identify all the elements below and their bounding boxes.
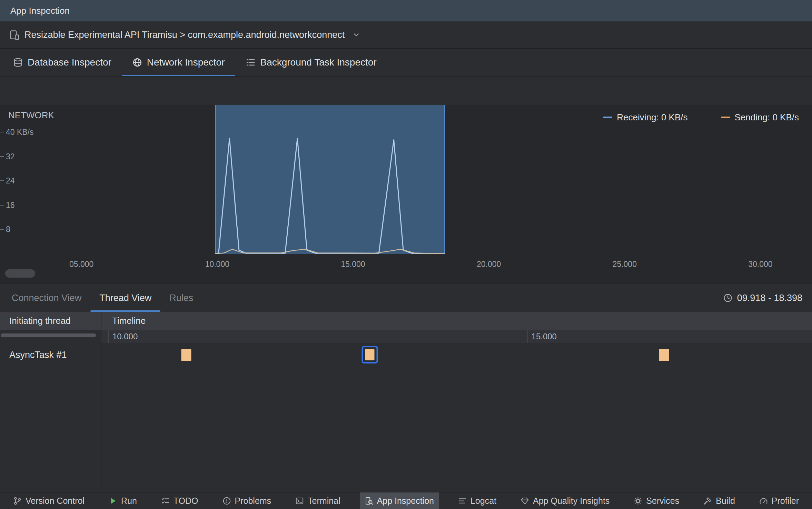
thread-row[interactable]: AsyncTask #1 [0,343,812,367]
clock-icon [723,293,733,303]
y-tick-label: 32 [6,152,15,161]
chart-title: NETWORK [8,110,54,121]
network-event-block[interactable] [365,349,374,360]
x-tick-label: 30.000 [748,260,772,269]
statusbar-item-todo[interactable]: TODO [156,492,203,509]
tab-thread-view[interactable]: Thread View [90,284,160,312]
chart-scrollbar[interactable] [0,274,812,283]
y-tick-mark [0,205,4,206]
statusbar-label: TODO [174,496,198,506]
y-tick-mark [0,156,4,157]
device-icon [9,30,20,40]
tab-network-inspector[interactable]: Network Inspector [122,49,235,76]
timeline-gridline [527,330,528,343]
statusbar-item-version-control[interactable]: Version Control [8,492,89,509]
hammer-icon [703,497,712,505]
statusbar-label: Run [121,496,137,506]
tab-background-task-inspector[interactable]: Background Task Inspector [235,49,387,76]
inspector-toolbar [0,77,812,105]
inspector-tabs: Database Inspector Network Inspector Bac… [0,49,812,77]
tab-label: Background Task Inspector [260,57,376,68]
statusbar-label: Problems [235,496,271,506]
x-tick-label: 10.000 [205,260,229,269]
statusbar-label: Profiler [772,496,799,506]
statusbar-label: Build [716,496,735,506]
services-icon [634,497,642,505]
column-header-initiating-thread[interactable]: Initiating thread [0,316,101,326]
chevron-down-icon [352,31,360,39]
tab-connection-view[interactable]: Connection View [3,284,90,312]
logcat-icon [458,497,467,505]
device-process-label: Resizable Experimental API Tiramisu > co… [24,30,345,40]
column-header-timeline[interactable]: Timeline [101,316,146,326]
y-tick-label: 16 [6,200,15,210]
tab-label: Network Inspector [147,57,225,68]
device-process-selector[interactable]: Resizable Experimental API Tiramisu > co… [0,21,812,49]
statusbar-item-logcat[interactable]: Logcat [453,492,501,509]
statusbar-label: Logcat [471,496,496,506]
speedometer-icon [759,497,768,505]
terminal-icon [295,497,304,505]
y-tick-mark [0,180,4,181]
problems-icon [222,497,231,505]
timeline-tick-label: 10.000 [112,332,138,341]
tool-window-title: App Inspection [10,6,70,16]
column-divider[interactable] [101,312,101,492]
x-tick-label: 15.000 [341,260,365,269]
statusbar-label: Terminal [308,496,340,506]
statusbar-item-run[interactable]: Run [104,492,142,509]
y-tick-label: 8 [6,225,10,234]
tab-label: Rules [169,293,193,303]
network-view-tabs: Connection View Thread View Rules 09.918… [0,284,812,312]
statusbar-label: Services [646,496,679,506]
statusbar-item-app-inspection[interactable]: App Inspection [360,492,439,509]
receiving-color-swatch [603,117,612,118]
chart-series-svg [0,105,812,254]
network-event-block[interactable] [659,349,669,361]
timeline-tick-label: 15.000 [532,332,557,341]
tab-rules[interactable]: Rules [160,284,202,312]
statusbar-item-problems[interactable]: Problems [218,492,276,509]
run-icon [109,497,117,505]
tab-label: Connection View [12,293,81,303]
y-tick-label: 24 [6,176,15,186]
y-tick-mark [0,132,4,132]
branch-icon [13,497,22,505]
x-tick-label: 05.000 [69,260,93,269]
chart-legend: Receiving: 0 KB/s Sending: 0 KB/s [603,112,799,123]
selection-time-range: 09.918 - 18.398 [723,284,802,312]
task-list-icon [246,58,255,67]
network-chart-plot[interactable]: 40 KB/s3224168 NETWORK Receiving: 0 KB/s… [0,105,812,254]
thread-rows: AsyncTask #1 [0,343,812,492]
x-tick-label: 20.000 [477,260,501,269]
tool-window-titlebar: App Inspection [0,0,812,21]
statusbar-label: App Inspection [377,496,434,506]
statusbar-item-services[interactable]: Services [629,492,684,509]
tab-label: Thread View [99,293,151,303]
statusbar-item-build[interactable]: Build [699,492,740,509]
thread-name: AsyncTask #1 [0,343,101,367]
statusbar-item-terminal[interactable]: Terminal [290,492,345,509]
thread-table-header: Initiating thread Timeline [0,312,812,330]
statusbar-item-app-quality-insights[interactable]: App Quality Insights [516,492,614,509]
timeline-gridline [108,330,109,343]
legend-sending: Sending: 0 KB/s [721,112,799,123]
sending-color-swatch [721,117,730,118]
chart-scrollbar-thumb[interactable] [5,269,35,278]
todo-icon [161,497,170,505]
app-inspection-icon [365,497,373,505]
tab-database-inspector[interactable]: Database Inspector [3,49,122,76]
timeline-subheader: 10.00015.000 [101,330,812,343]
y-tick-mark [0,229,4,230]
statusbar-item-profiler[interactable]: Profiler [754,492,804,509]
globe-icon [132,58,142,67]
network-event-block[interactable] [181,349,191,361]
thread-timeline [101,343,812,367]
chart-x-axis: 05.00010.00015.00020.00025.00030.000 [0,254,812,274]
thread-column-scrollbar-thumb[interactable] [1,333,96,337]
statusbar-label: App Quality Insights [533,496,610,506]
statusbar-label: Version Control [26,496,85,506]
y-tick-label: 40 KB/s [6,128,34,137]
network-event-block-selected[interactable] [362,346,378,363]
legend-label: Sending: 0 KB/s [735,112,799,123]
